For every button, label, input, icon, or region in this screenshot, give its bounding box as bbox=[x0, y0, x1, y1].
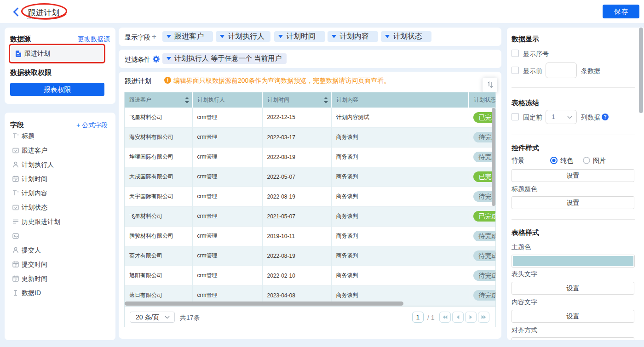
svg-text:?: ? bbox=[604, 114, 606, 119]
